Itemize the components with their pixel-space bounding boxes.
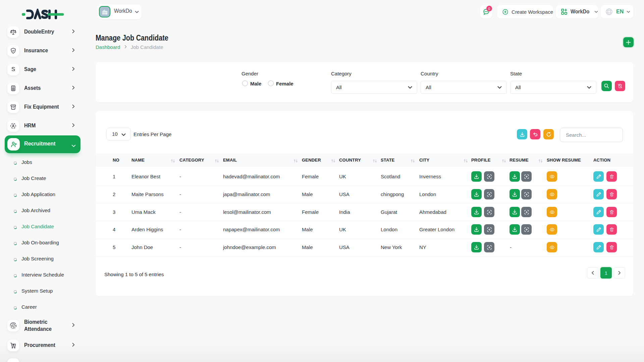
svg-text:S: S xyxy=(11,66,15,72)
